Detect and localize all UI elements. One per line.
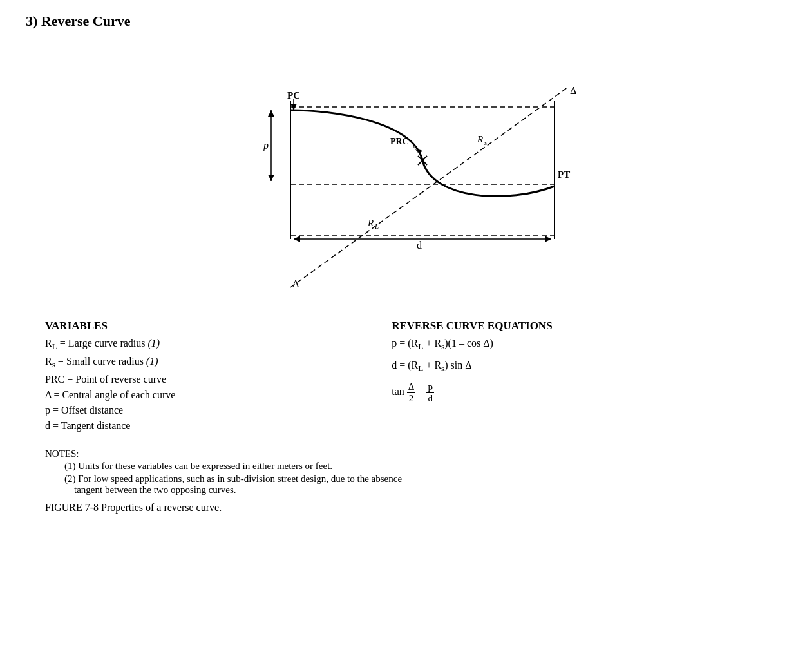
notes-section: NOTES: (1) Units for these variables can… (26, 448, 761, 495)
variables-title: VARIABLES (45, 320, 353, 332)
PT-label: PT (558, 169, 570, 180)
note-2: (2) For low speed applications, such as … (64, 474, 761, 495)
var-prc: PRC = Point of reverse curve (45, 374, 353, 385)
d-label: d (417, 240, 422, 251)
var-p: p = Offset distance (45, 405, 353, 416)
content-section: VARIABLES RL = Large curve radius (1) Rs… (26, 320, 761, 436)
var-rl: RL = Large curve radius (1) (45, 338, 353, 352)
PC-label: PC (287, 90, 300, 101)
note-1: (1) Units for these variables can be exp… (64, 461, 761, 472)
delta-top-label: Δ (570, 85, 576, 96)
var-d: d = Tangent distance (45, 420, 353, 432)
eq-d: d = (RL + Rs) sin Δ (392, 360, 761, 374)
variables-column: VARIABLES RL = Large curve radius (1) Rs… (45, 320, 353, 436)
eq-p: p = (RL + Rs)(1 – cos Δ) (392, 338, 761, 352)
equations-title: REVERSE CURVE EQUATIONS (392, 320, 761, 332)
reverse-curve-diagram: d p PC PT PRC R s R L Δ Δ (168, 36, 619, 307)
figure-label: FIGURE 7-8 (45, 502, 99, 513)
var-delta: Δ = Central angle of each curve (45, 389, 353, 401)
equations-column: REVERSE CURVE EQUATIONS p = (RL + Rs)(1 … (392, 320, 761, 436)
figure-caption: FIGURE 7-8 Properties of a reverse curve… (26, 502, 761, 514)
RL-label: R (367, 218, 374, 228)
eq-tan: tan Δ2 = pd (392, 381, 761, 403)
var-rs: Rs = Small curve radius (1) (45, 356, 353, 370)
delta-bottom-label: Δ (292, 278, 299, 289)
page-title: 3) Reverse Curve (26, 13, 761, 30)
figure-text: Properties of a reverse curve. (99, 502, 222, 513)
diagram-container: d p PC PT PRC R s R L Δ Δ (26, 36, 761, 307)
notes-title: NOTES: (45, 448, 761, 459)
Rs-label: R (477, 134, 483, 144)
RL-sub: L (374, 222, 379, 230)
p-label: p (263, 140, 269, 151)
svg-rect-0 (168, 36, 619, 307)
Rs-sub: s (484, 139, 487, 146)
